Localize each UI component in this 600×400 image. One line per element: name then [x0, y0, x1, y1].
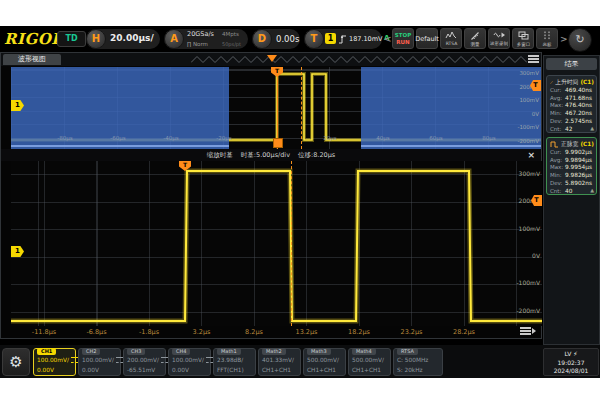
cursor-button[interactable]: 光标 — [536, 28, 558, 49]
measurement-card-positive-width[interactable]: 正脉宽 (C1) Cur:9.9902μs Avg:9.9894μs Max:9… — [546, 137, 597, 195]
default-button[interactable]: Default — [416, 28, 438, 49]
acquisition-control[interactable]: A 20GSa/s ∏ Norm 4Mpts 50ps/pt — [164, 29, 248, 49]
channel-box-ch1[interactable]: CH1 100.00mV/Ω 0.00V — [33, 348, 76, 376]
sample-resolution: 50ps/pt — [222, 41, 241, 47]
trigger-source-badge: 1 — [325, 33, 336, 44]
channel-box-ch4[interactable]: CH4 100.00mV/ 0.00V — [168, 348, 211, 376]
waveform-menu-icon[interactable] — [520, 327, 536, 335]
zoom-plot[interactable]: 300mV 200mV 100mV 0V -100mV -200mV T 1 T — [11, 161, 542, 326]
toolbar-scroll-left-icon[interactable]: < — [384, 34, 392, 44]
overview-time-label: 80μs — [476, 135, 502, 141]
math-box-math1[interactable]: Math1 23.98dB/ FFT(CH1) — [213, 348, 256, 376]
measure-button[interactable]: 测量 — [464, 28, 486, 49]
overview-plot[interactable]: -80μs -60μs -40μs -20μs 20μs 40μs 60μs 8… — [11, 67, 541, 149]
dc-coupling-icon — [71, 357, 78, 363]
zoom-time-label: 18.2μs — [343, 328, 375, 336]
pulse-width-icon — [550, 141, 559, 148]
status-time: 19:02:37 — [544, 359, 598, 368]
channel-box-ch3[interactable]: CH3 200.00mV/Ω -65.51mV — [123, 348, 166, 376]
dc-coupling-icon — [116, 357, 123, 363]
overview-time-label: -60μs — [105, 135, 131, 141]
overview-time-label: 40μs — [370, 135, 396, 141]
overview-time-label: 20μs — [317, 135, 343, 141]
math-box-math3[interactable]: Math3 500.00mV/ CH1+CH1 — [303, 348, 346, 376]
dc-coupling-icon — [206, 357, 213, 363]
record-button[interactable]: 波形录制 — [488, 28, 510, 49]
zoom-timebase-value: 时基:5.00μs/div — [241, 151, 290, 160]
zoom-time-label: 8.2μs — [238, 328, 270, 336]
multi-window-icon — [518, 31, 529, 40]
overview-time-label: 60μs — [423, 135, 449, 141]
delay-knob-icon[interactable]: D — [252, 29, 272, 49]
delay-value: 0.00s — [276, 34, 299, 44]
zoom-volt-label: 100mV — [519, 225, 540, 232]
math-box-math2[interactable]: Math2 401.33mV/ CH1+CH1 — [258, 348, 301, 376]
oscilloscope-screen: RIGOL TD H 20.00μs/ A 20GSa/s ∏ Norm 4Mp… — [0, 26, 600, 378]
trigger-position-ruler-marker[interactable] — [267, 55, 277, 62]
run-label: RUN — [396, 39, 409, 45]
stop-label: STOP — [395, 32, 411, 38]
trigger-knob-icon[interactable]: T — [304, 29, 324, 49]
overview-volt-label: 0V — [532, 111, 539, 117]
overview-volt-label: 100mV — [519, 97, 539, 103]
ruler-icon — [470, 31, 481, 40]
card-flag-icon: ▲ — [590, 125, 594, 131]
overview-time-label: -20μs — [211, 135, 237, 141]
zoom-offset-value: 位移:8.20μs — [298, 151, 335, 160]
acq-mode-icon: ∏ — [187, 41, 191, 47]
multi-window-button[interactable]: 多窗口 — [512, 28, 534, 49]
rtsa-box[interactable]: RTSA C: 500MHz S: 20kHz — [393, 348, 443, 376]
rtsa-button[interactable]: RTSA — [440, 28, 462, 49]
waveform-tab-strip: 波形视图 — [1, 53, 541, 66]
delay-control[interactable]: D 0.00s — [252, 29, 300, 49]
zoom-timebase-bar: 缩放时基 时基:5.00μs/div 位移:8.20μs — [1, 149, 541, 161]
overview-volt-label: 300mV — [519, 70, 539, 76]
results-title[interactable]: 结果 — [546, 58, 597, 70]
trigger-slope-icon — [338, 34, 347, 44]
zoom-window-dashed-line — [301, 67, 302, 149]
trigger-control[interactable]: T 1 187.10mV A — [304, 29, 382, 49]
measurement-card-rise-time[interactable]: 上升时间 (C1) Cur:469.40ns Avg:471.68ns Max:… — [546, 75, 597, 133]
zoom-time-label: -1.8μs — [133, 328, 165, 336]
zoom-offset-dashed-line[interactable] — [291, 161, 292, 326]
zoom-time-label: 13.2μs — [291, 328, 323, 336]
bottom-status-bar: ⚙ CH1 100.00mV/Ω 0.00V CH2 100.00mV/ 0.0… — [0, 345, 600, 378]
dc-coupling-icon — [161, 357, 168, 363]
horizontal-scale-value: 20.00μs/ — [110, 33, 154, 43]
clock-status-box[interactable]: LV ⚡ 19:02:37 2024/08/01 — [543, 348, 599, 376]
toolbar-scroll-right-icon[interactable]: > — [560, 34, 568, 44]
trigger-status-badge: TD — [57, 31, 86, 47]
rotate-screen-button[interactable]: ↻ — [568, 28, 592, 52]
cursor-icon — [542, 31, 552, 40]
zoom-volt-label: 300mV — [519, 170, 540, 177]
horizontal-knob-icon[interactable]: H — [86, 29, 106, 49]
settings-gear-icon[interactable]: ⚙ — [2, 348, 30, 376]
power-icon: ⚡ — [573, 350, 577, 357]
card-flag-icon: ▲ — [590, 187, 594, 193]
overview-trace-ch1 — [11, 67, 541, 149]
ruler-zigzag-decoration — [191, 55, 527, 64]
acquisition-knob-icon[interactable]: A — [164, 29, 184, 49]
zoom-trace-ch1 — [11, 161, 542, 326]
zoom-time-axis: -11.8μs -6.8μs -1.8μs 3.2μs 8.2μs 13.2μs… — [1, 326, 541, 339]
window-menu-icon[interactable] — [528, 55, 539, 63]
memory-depth: 4Mpts — [222, 31, 239, 37]
channel-box-ch2[interactable]: CH2 100.00mV/ 0.00V — [78, 348, 121, 376]
overview-volt-label: -100mV — [517, 124, 539, 130]
trigger-level-value: 187.10mV — [349, 35, 383, 43]
waveform-view-tab[interactable]: 波形视图 — [3, 54, 61, 65]
sample-rate: 20GSa/s — [187, 30, 214, 38]
math-box-math4[interactable]: Math4 500.00mV/ CH1+CH1 — [348, 348, 391, 376]
zoom-time-label: 28.2μs — [448, 328, 480, 336]
rise-time-icon — [550, 79, 553, 86]
close-zoom-icon[interactable]: × — [527, 150, 535, 160]
waveform-record-icon — [493, 31, 506, 39]
zoom-volt-label: -100mV — [516, 279, 540, 286]
horizontal-scale-control[interactable]: H 20.00μs/ — [86, 29, 160, 49]
zoom-window-handle[interactable] — [273, 138, 283, 148]
spectrum-icon — [445, 31, 457, 39]
trigger-position-line[interactable] — [277, 67, 278, 149]
zoom-volt-label: 0V — [532, 252, 540, 259]
rigol-logo: RIGOL — [4, 30, 62, 48]
run-stop-button[interactable]: STOP RUN — [392, 28, 414, 49]
